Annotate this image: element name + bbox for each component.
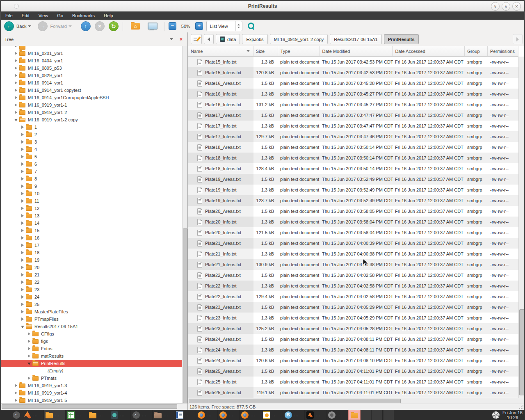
tree-item-7[interactable]: 7	[1, 168, 183, 175]
search-icon[interactable]	[247, 22, 256, 30]
file-name-cell[interactable]: Plate23_Intens.txt	[188, 323, 253, 334]
list-horizontal-scrollbar[interactable]	[188, 398, 524, 404]
tree-item-14[interactable]: 14	[1, 219, 183, 227]
expander-icon[interactable]	[21, 160, 26, 168]
file-name-cell[interactable]: Plate20_Info.txt	[188, 217, 253, 227]
maximize-button[interactable]: ∧	[502, 2, 510, 11]
tree-item-25[interactable]: 25	[1, 301, 183, 308]
file-row-plate20-info-txt[interactable]: Plate20_Info.txt1.3 kBplain text documen…	[188, 217, 518, 227]
expander-icon[interactable]	[21, 190, 26, 197]
file-row-plate24-areas-txt[interactable]: Plate24_Areas.txt1.5 kBplain text docume…	[188, 334, 518, 345]
tree-item-mi-16-0914-yor1[interactable]: MI 16_0914_yor1	[1, 79, 183, 87]
expander-icon[interactable]	[14, 46, 19, 50]
taskbar-item-matlab-dark[interactable]: ...	[305, 410, 326, 420]
file-name-cell[interactable]: Plate18_Intens.txt	[188, 163, 253, 174]
menu-edit[interactable]: Edit	[17, 11, 34, 20]
tree-item-mi-16-0919-yor1-3[interactable]: MI 16_0919_yor1-3	[1, 382, 183, 389]
tree-item-mi-16-0919-yor1-4[interactable]: MI 16_0919_yor1-4	[1, 389, 183, 397]
file-row-plate22-info-txt[interactable]: Plate22_Info.txt1.3 kBplain text documen…	[188, 281, 518, 291]
column-header-date-accessed[interactable]: Date Accessed	[393, 46, 465, 56]
tree-item-empty[interactable]: (Empty)	[1, 367, 183, 374]
file-name-cell[interactable]: Plate25_Intens.txt	[188, 387, 253, 398]
tree-vertical-scrollbar[interactable]	[182, 46, 187, 403]
file-row-plate19-intens-txt[interactable]: Plate19_Intens.txt123.7 kBplain text doc…	[188, 195, 518, 206]
tree-item-2[interactable]: 2	[1, 131, 183, 138]
tree-item-21[interactable]: 21	[1, 271, 183, 278]
taskbar-item-menu-launcher[interactable]	[0, 410, 11, 420]
file-name-cell[interactable]: Plate21_Areas.txt	[188, 238, 253, 249]
file-row-plate25-intens-txt[interactable]: Plate25_Intens.txt119.1 kBplain text doc…	[188, 387, 518, 398]
menu-file[interactable]: File	[1, 11, 17, 20]
expander-icon[interactable]	[21, 153, 26, 160]
taskbar-item-firefox[interactable]: ...	[218, 410, 240, 420]
column-header-size[interactable]: Size	[253, 46, 278, 56]
tree-item-15[interactable]: 15	[1, 227, 183, 234]
file-row-plate16-areas-txt[interactable]: Plate16_Areas.txt1.5 kBplain text docume…	[188, 78, 518, 89]
file-name-cell[interactable]: Plate17_Areas.txt	[188, 110, 253, 121]
expander-icon[interactable]	[14, 50, 19, 57]
breadcrumb-data[interactable]: data	[216, 34, 240, 44]
file-row-plate15-info-txt[interactable]: Plate15_Info.txt1.3 kBplain text documen…	[188, 57, 518, 67]
expander-icon[interactable]	[14, 116, 19, 123]
file-row-plate23-info-txt[interactable]: Plate23_Info.txt1.3 kBplain text documen…	[188, 313, 518, 323]
taskbar-item-bluesphere[interactable]: ...	[283, 410, 305, 420]
tree-item-results2017-06-15a1[interactable]: Results2017-06-15A1	[1, 323, 183, 330]
tree-item-12[interactable]: 12	[1, 205, 183, 212]
expander-icon[interactable]	[21, 249, 26, 256]
expander-icon[interactable]	[14, 64, 19, 72]
tree-item-5[interactable]: 5	[1, 153, 183, 160]
file-row-plate24-intens-txt[interactable]: Plate24_Intens.txt120.6 kBplain text doc…	[188, 355, 518, 366]
side-pane-close-icon[interactable]: ×	[180, 37, 183, 42]
tree-item-18[interactable]: 18	[1, 249, 183, 256]
file-row-plate17-intens-txt[interactable]: Plate17_Intens.txt129.7 kBplain text doc…	[188, 131, 518, 142]
file-name-cell[interactable]: Plate15_Info.txt	[188, 57, 253, 67]
file-name-cell[interactable]: Plate21_Intens.txt	[188, 259, 253, 270]
expander-icon[interactable]	[21, 219, 26, 227]
taskbar-item-impress[interactable]: ...	[261, 410, 283, 420]
file-name-cell[interactable]: Plate23_Info.txt	[188, 313, 253, 323]
file-name-cell[interactable]: Plate19_Intens.txt	[188, 195, 253, 206]
expander-icon[interactable]	[21, 308, 26, 315]
file-row-plate19-areas-txt[interactable]: Plate19_Areas.txt1.5 kBplain text docume…	[188, 174, 518, 185]
expander-icon[interactable]	[21, 264, 26, 271]
file-name-cell[interactable]: Plate18_Areas.txt	[188, 142, 253, 153]
column-header-permissions[interactable]: Permissions	[488, 46, 518, 56]
tree-item-9[interactable]: 9	[1, 183, 183, 190]
taskbar-item-gray-app[interactable]: ...	[326, 410, 348, 420]
clock[interactable]: Fri Jun 16 10:26	[502, 410, 523, 420]
expander-icon[interactable]	[14, 94, 19, 101]
file-name-cell[interactable]: Plate17_Intens.txt	[188, 131, 253, 142]
file-row-plate17-areas-txt[interactable]: Plate17_Areas.txt1.5 kBplain text docume…	[188, 110, 518, 121]
file-name-cell[interactable]: Plate19_Areas.txt	[188, 174, 253, 185]
expander-icon[interactable]	[21, 234, 26, 242]
file-row-plate15-intens-txt[interactable]: Plate15_Intens.txt120.8 kBplain text doc…	[188, 67, 518, 78]
list-vertical-scrollbar-thumb[interactable]	[519, 309, 524, 395]
breadcrumb-expjobs[interactable]: ExpJobs	[242, 34, 267, 44]
tree-item-17[interactable]: 17	[1, 242, 183, 249]
file-name-cell[interactable]: Plate25_Areas.txt	[188, 366, 253, 377]
tree-item-figs[interactable]: figs	[1, 338, 183, 345]
tree-horizontal-scrollbar[interactable]	[1, 403, 187, 410]
taskbar-item-writer[interactable]: ...	[174, 410, 196, 420]
tree-item-ptmapfiles[interactable]: PTmapFiles	[1, 315, 183, 323]
minimize-button[interactable]: ∨	[491, 2, 500, 11]
home-button[interactable]	[131, 23, 140, 30]
tree-item-ptmats[interactable]: PTmats	[1, 374, 183, 382]
expander-icon[interactable]	[21, 183, 26, 190]
file-name-cell[interactable]: Plate23_Areas.txt	[188, 302, 253, 313]
expander-icon[interactable]	[21, 286, 26, 293]
list-horizontal-scrollbar-thumb[interactable]	[189, 399, 401, 403]
file-name-cell[interactable]: Plate24_Info.txt	[188, 345, 253, 355]
column-header-group[interactable]: Group	[465, 46, 488, 56]
tree-item-23[interactable]: 23	[1, 286, 183, 293]
file-name-cell[interactable]: Plate20_Intens.txt	[188, 227, 253, 238]
tree-item-mi-16-0919-yor1-5[interactable]: MI 16_0919_yor1-5	[1, 397, 183, 403]
file-row-plate24-info-txt[interactable]: Plate24_Info.txt1.3 kBplain text documen…	[188, 345, 518, 355]
expander-icon[interactable]	[21, 175, 26, 183]
tree-item-1[interactable]: 1	[1, 123, 183, 131]
tree-item-partial[interactable]	[1, 46, 183, 50]
tree-item-mi-16-0201-yor1[interactable]: MI 16_0201_yor1	[1, 50, 183, 57]
expander-icon[interactable]	[21, 205, 26, 212]
file-row-plate22-areas-txt[interactable]: Plate22_Areas.txt1.5 kBplain text docume…	[188, 270, 518, 281]
file-row-plate21-areas-txt[interactable]: Plate21_Areas.txt1.5 kBplain text docume…	[188, 238, 518, 249]
